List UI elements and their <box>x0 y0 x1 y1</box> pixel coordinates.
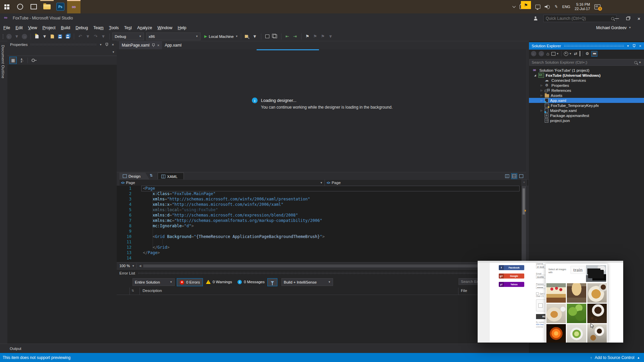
scrollbar-thumb[interactable] <box>143 264 512 267</box>
minimize-button[interactable]: — <box>612 13 622 23</box>
navbar-member-dropdown[interactable]: <> Page <box>325 179 529 186</box>
social-login-yahoo[interactable]: y!Yahoo <box>499 282 524 287</box>
tree-item-references[interactable]: ▷References <box>529 88 644 93</box>
code-line[interactable] <box>143 255 325 261</box>
code-line[interactable] <box>143 229 325 234</box>
captcha-tile-green-salad[interactable] <box>567 304 586 323</box>
redo-button[interactable]: ↷ <box>92 33 99 40</box>
messages-filter-button[interactable]: i 0 Messages <box>235 278 267 286</box>
split-editor-grip[interactable]: + <box>522 179 527 186</box>
menu-team[interactable]: Team <box>91 24 106 32</box>
code-line[interactable]: <Grid Background="{ThemeResource Applica… <box>143 234 325 239</box>
captcha-tile-strawberry-cake[interactable] <box>546 283 566 303</box>
pending-changes-filter-button[interactable]: ▼ <box>564 52 572 56</box>
error-list-title-bar[interactable]: Error List <box>117 269 527 277</box>
find-in-files-button[interactable] <box>244 33 251 40</box>
taskbar-file-explorer[interactable] <box>40 0 54 13</box>
volume-tray-icon[interactable] <box>545 5 550 9</box>
save-all-button[interactable] <box>64 33 71 40</box>
code-line[interactable]: x:Class="FoxTube.MainPage" <box>143 191 325 196</box>
platform-dropdown[interactable]: x86▼ <box>146 33 201 40</box>
tree-item-foxtube-universal-windows-[interactable]: ◢FoxTube (Universal Windows) <box>529 73 644 78</box>
new-file-dropdown[interactable]: ▼ <box>41 33 48 40</box>
warnings-filter-button[interactable]: 0 Warnings <box>203 278 235 286</box>
restore-button[interactable] <box>623 13 633 23</box>
code-line[interactable]: xmlns:d="http://schemas.microsoft.com/ex… <box>143 213 325 218</box>
solution-explorer-title-bar[interactable]: Solution Explorer ▼ × <box>529 42 644 50</box>
menu-view[interactable]: View <box>25 24 40 32</box>
captcha-tile-pancakes-coffee[interactable] <box>587 283 607 303</box>
quick-launch-input[interactable]: Quick Launch (Ctrl+Q) <box>543 15 616 22</box>
tree-item-foxtube-temporarykey-pfx[interactable]: FoxTube_TemporaryKey.pfx <box>529 103 644 108</box>
property-pages-button[interactable] <box>30 57 37 64</box>
designer-pane[interactable]: i Loading designer... You can continue w… <box>117 49 526 172</box>
expanded-arrow-icon[interactable]: ◢ <box>532 74 538 77</box>
pin-tab-icon[interactable] <box>152 44 155 47</box>
captcha-tile-glowing-bowl[interactable] <box>546 324 566 343</box>
code-line[interactable]: xmlns:mc="http://schemas.openxmlformats.… <box>143 218 325 223</box>
undo-button[interactable]: ↶ <box>77 33 84 40</box>
alphabetical-sort-button[interactable]: AZ↓ <box>19 57 25 64</box>
solution-explorer-search-input[interactable]: Search Solution Explorer (Ctrl+;) ▼ <box>529 59 644 66</box>
language-indicator[interactable]: ENG <box>562 5 570 9</box>
show-hidden-icons-chevron[interactable] <box>513 5 516 8</box>
output-panel-bar[interactable]: Output <box>0 344 529 353</box>
file-column-header[interactable]: File <box>461 289 467 293</box>
tree-item-properties[interactable]: ▷Properties <box>529 83 644 88</box>
back-button[interactable]: ← <box>531 51 536 56</box>
tree-item-project-json[interactable]: project.json <box>529 118 644 123</box>
collapsed-arrow-icon[interactable]: ▷ <box>538 109 545 112</box>
close-icon[interactable]: × <box>639 44 641 48</box>
social-login-facebook[interactable]: fFacebook <box>499 265 524 270</box>
code-line[interactable]: mc:Ignorable="d"> <box>143 223 325 229</box>
uncomment-button[interactable] <box>272 33 278 40</box>
code-line[interactable]: xmlns:local="using:FoxTube" <box>143 207 325 213</box>
menu-project[interactable]: Project <box>40 24 58 32</box>
home-button[interactable]: ⌂ <box>546 51 549 56</box>
sync-with-active-document-button[interactable]: ⇄ <box>574 51 577 56</box>
editor-vertical-scrollbar[interactable] <box>522 186 526 262</box>
properties-title-bar[interactable]: Properties ▼ × <box>7 41 117 48</box>
code-line[interactable]: xmlns="http://schemas.microsoft.com/winf… <box>143 196 325 202</box>
increase-indent-button[interactable]: ⇥ <box>292 33 299 40</box>
captcha-tile-salad-plate[interactable] <box>567 324 586 343</box>
build-intellisense-dropdown[interactable]: Build + IntelliSense▼ <box>281 278 333 286</box>
newsletter-checkbox[interactable] <box>536 292 539 295</box>
zoom-level[interactable]: 100 % <box>119 264 130 268</box>
navbar-type-dropdown[interactable]: <> Page ▼ <box>119 179 325 186</box>
properties-button[interactable]: ⚙ <box>585 51 589 56</box>
description-column-header[interactable]: Description <box>143 289 162 293</box>
toolbar-overflow-dropdown[interactable]: ▼ <box>327 33 334 40</box>
comment-button[interactable] <box>264 33 271 40</box>
menu-build[interactable]: Build <box>58 24 73 32</box>
taskbar-visual-studio[interactable]: ∞ <box>67 0 80 13</box>
design-view-tab[interactable]: Design <box>119 173 150 180</box>
new-file-button[interactable]: ✱ <box>34 33 40 40</box>
collapse-pane-button[interactable] <box>519 174 524 179</box>
network-tray-icon[interactable] <box>535 5 540 9</box>
menu-edit[interactable]: Edit <box>13 24 25 32</box>
clock[interactable]: 5:16 PM 22-Jul-17 <box>575 2 590 11</box>
next-bookmark-button[interactable]: ⚑ <box>320 33 326 40</box>
error-scope-dropdown[interactable]: Entire Solution▼ <box>132 278 175 286</box>
captcha-tile-dessert-cup[interactable] <box>567 283 586 303</box>
toggle-bookmark-button[interactable]: ⚑ <box>304 33 311 40</box>
recaptcha-checkbox[interactable] <box>538 303 543 308</box>
swap-panes-button[interactable]: ⇅ <box>150 173 153 178</box>
code-line[interactable] <box>143 239 325 245</box>
tab-app-xaml[interactable]: App.xaml <box>162 41 184 49</box>
menu-file[interactable]: File <box>1 24 13 32</box>
taskbar-photoshop[interactable]: Ps <box>54 0 67 13</box>
close-button[interactable]: × <box>634 13 644 23</box>
code-line[interactable]: xmlns:x="http://schemas.microsoft.com/wi… <box>143 202 325 207</box>
severity-column-icon[interactable]: ⇅ <box>131 289 134 292</box>
toolbar-grip[interactable] <box>2 34 4 39</box>
tree-item-assets[interactable]: ▷Assets <box>529 93 644 98</box>
xaml-view-tab[interactable]: XAML <box>158 173 184 180</box>
navigate-back-button[interactable]: ← <box>6 33 12 40</box>
forward-button[interactable]: → <box>539 51 544 56</box>
zoom-dropdown[interactable]: ▼ <box>132 264 135 267</box>
properties-object-dropdown[interactable]: ▼ <box>7 48 117 56</box>
code-line[interactable]: </Page> <box>143 250 325 255</box>
window-position-dropdown[interactable]: ▼ <box>99 43 102 46</box>
